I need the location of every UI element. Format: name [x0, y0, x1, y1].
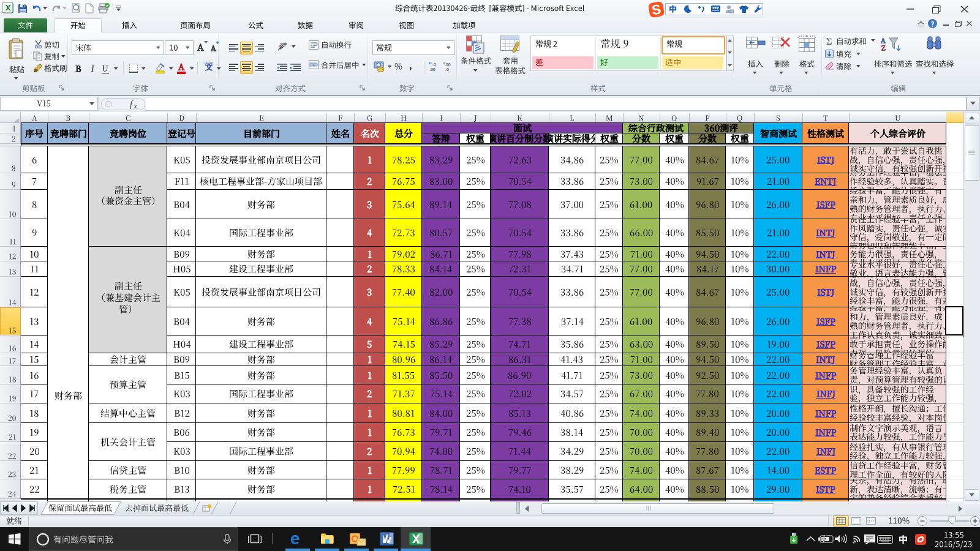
- svg-text:.00: .00: [429, 67, 435, 72]
- svg-text:f: f: [130, 100, 134, 109]
- svg-text:.0: .0: [432, 62, 436, 67]
- svg-text:x: x: [134, 103, 137, 109]
- svg-text:.0: .0: [445, 67, 449, 72]
- svg-text:.00: .00: [445, 62, 451, 67]
- svg-text:ab: ab: [277, 40, 287, 51]
- svg-text:I: I: [91, 64, 95, 73]
- svg-text:e: e: [290, 530, 300, 547]
